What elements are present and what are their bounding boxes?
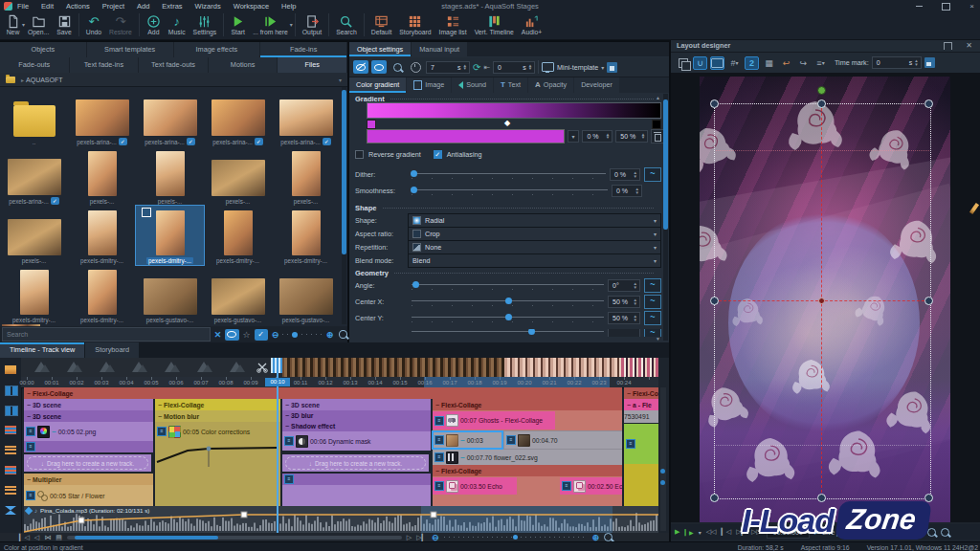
collapse-icon[interactable]: − bbox=[627, 390, 631, 397]
layout-mode-button[interactable] bbox=[676, 56, 690, 70]
offset-spinner[interactable]: 0 s ▲▼ bbox=[493, 61, 535, 74]
safe-area-button[interactable] bbox=[710, 56, 724, 70]
timeline-clip[interactable]: ≡00:02.50 Echo bbox=[560, 477, 622, 495]
zoom-in-preview-icon[interactable] bbox=[941, 528, 949, 537]
spinner-center-y[interactable]: 50 %▲▼ bbox=[608, 312, 640, 324]
timeline-zoom-slider[interactable] bbox=[444, 537, 588, 538]
file-item[interactable]: .. bbox=[0, 87, 68, 146]
slider-center-y[interactable] bbox=[412, 314, 604, 323]
slider-handle[interactable] bbox=[528, 329, 535, 335]
used-check-button[interactable]: ✓ bbox=[255, 329, 268, 341]
toolbar-add-button[interactable]: Add bbox=[143, 12, 165, 35]
timeline-clip[interactable]: 7530491 bbox=[624, 410, 658, 423]
slider-handle[interactable] bbox=[411, 187, 417, 193]
collapse-icon[interactable]: − bbox=[27, 402, 31, 408]
file-item[interactable]: pexels-gustavo-... bbox=[136, 265, 204, 324]
file-item[interactable]: pexels-arina-...✓ bbox=[136, 87, 204, 146]
track-header[interactable]: −Flexi-Collage bbox=[433, 465, 622, 476]
slider-angle[interactable] bbox=[412, 281, 604, 291]
toolbar-search-button[interactable]: Search bbox=[332, 12, 361, 35]
timeline-horizontal-scrollbar[interactable] bbox=[67, 536, 402, 540]
gradient-stop-start[interactable] bbox=[367, 120, 376, 129]
stepper-icons[interactable]: ▲▼ bbox=[632, 298, 637, 304]
skip-start-icon[interactable]: ▎◁ bbox=[19, 534, 30, 541]
save-layout-icon[interactable] bbox=[924, 57, 935, 68]
toolbar-new-button[interactable]: ▾New bbox=[2, 12, 24, 35]
toolbar-vert-timeline-button[interactable]: Vert. Timeline bbox=[471, 12, 518, 35]
stepper-icons[interactable]: ▲▼ bbox=[639, 133, 645, 139]
slider-handle[interactable] bbox=[505, 298, 512, 304]
file-item[interactable]: pexels-... bbox=[68, 146, 136, 206]
file-item[interactable]: pexels-arina-...✓ bbox=[68, 87, 136, 146]
resize-handle-w[interactable] bbox=[710, 297, 719, 305]
file-item[interactable]: pexels-arina-...✓ bbox=[0, 146, 68, 206]
middle-scrollbar[interactable] bbox=[663, 94, 668, 341]
preview-canvas[interactable] bbox=[671, 73, 980, 522]
stepper-icons[interactable]: ▲▼ bbox=[632, 171, 637, 177]
slider-center-x[interactable] bbox=[412, 298, 604, 307]
snap-button[interactable]: ∪ bbox=[693, 56, 707, 70]
stepper-icons[interactable]: ▲▼ bbox=[912, 59, 918, 65]
menu-help[interactable]: Help bbox=[281, 2, 296, 11]
zoom-out-time-icon[interactable]: ⊖ bbox=[432, 533, 439, 542]
refresh-icon[interactable]: ⟳ bbox=[473, 62, 480, 73]
resize-handle-ne[interactable] bbox=[924, 99, 933, 108]
track-header[interactable]: −3D blur bbox=[282, 410, 431, 421]
slider-handle[interactable] bbox=[292, 332, 298, 338]
animate-curve-button[interactable]: ~ bbox=[644, 167, 661, 182]
zoom-out-icon[interactable]: ⊖ bbox=[272, 330, 279, 340]
pin-icon[interactable] bbox=[944, 42, 952, 50]
menu-extras[interactable]: Extras bbox=[162, 2, 182, 11]
smoothness-slider[interactable] bbox=[412, 187, 608, 196]
menu-wizards[interactable]: Wizards bbox=[195, 2, 221, 11]
chevron-down-icon[interactable]: ▾ bbox=[654, 244, 657, 251]
file-item[interactable]: pexels-dmitry-... bbox=[136, 206, 204, 265]
template-select[interactable]: Mini-template bbox=[557, 63, 598, 72]
stepper-icons[interactable]: ▲▼ bbox=[604, 133, 610, 139]
chevron-down-icon[interactable]: ▾ bbox=[654, 257, 657, 264]
track-header[interactable]: −Motion blur bbox=[155, 410, 280, 422]
subtab-image[interactable]: Image bbox=[407, 77, 451, 93]
play-button[interactable]: ▶ bbox=[675, 528, 679, 536]
toolbar-save-button[interactable]: Save bbox=[53, 12, 76, 35]
chevron-down-icon[interactable]: ▾ bbox=[601, 64, 604, 71]
rotate-right-button[interactable]: ↪ bbox=[796, 56, 811, 70]
tab-image-effects[interactable]: Image effects bbox=[174, 42, 260, 57]
chevron-down-icon[interactable]: ▾ bbox=[699, 529, 702, 536]
collapse-icon[interactable]: − bbox=[285, 402, 289, 408]
slider-handle[interactable] bbox=[411, 170, 417, 177]
scroll-down-icon[interactable]: ▼ bbox=[656, 336, 660, 342]
toolbar-restore-button[interactable]: ↷Restore bbox=[105, 12, 136, 35]
skip-end-icon[interactable]: ▷▎ bbox=[416, 534, 427, 541]
zoom-in-icon[interactable]: ⊕ bbox=[326, 330, 334, 340]
search-input[interactable] bbox=[2, 327, 211, 342]
magnifier-icon[interactable] bbox=[604, 533, 612, 541]
spinner-angle[interactable]: 0°▲▼ bbox=[608, 279, 640, 292]
scrollbar-thumb[interactable] bbox=[75, 536, 218, 540]
tab-files[interactable]: Files bbox=[278, 57, 346, 73]
left-scrollbar[interactable] bbox=[342, 87, 346, 324]
menu-edit[interactable]: Edit bbox=[41, 2, 54, 11]
stepper-icons[interactable]: ▲▼ bbox=[461, 64, 467, 70]
inspect-button[interactable] bbox=[390, 60, 405, 74]
subtab-developer[interactable]: Developer bbox=[574, 77, 619, 93]
file-item[interactable]: pexels-dmitry-... bbox=[204, 206, 272, 265]
list-options-button[interactable]: ≡▾ bbox=[813, 56, 828, 70]
track-header[interactable]: −Flexi-Collage bbox=[433, 399, 622, 410]
resize-handle-sw[interactable] bbox=[710, 494, 719, 502]
color-swatch[interactable] bbox=[367, 129, 565, 143]
close-icon[interactable]: × bbox=[969, 0, 974, 12]
stop-position-spinner[interactable]: 0 % ▲▼ bbox=[582, 130, 612, 143]
animate-curve-button[interactable]: ~ bbox=[644, 295, 661, 309]
spinner-partial[interactable] bbox=[608, 329, 640, 337]
center-handle[interactable] bbox=[818, 298, 825, 304]
timeline-clip[interactable]: ≡00:04.70 bbox=[504, 431, 622, 449]
animate-curve-button[interactable]: ~ bbox=[644, 278, 661, 293]
curve-mode-button[interactable]: 2 bbox=[745, 56, 759, 70]
stop-mid-spinner[interactable]: 50 % ▲▼ bbox=[615, 130, 648, 143]
tab-fade-outs[interactable]: Fade-outs bbox=[0, 57, 69, 73]
dropdown-aspect-ratio[interactable]: Crop▾ bbox=[408, 227, 661, 241]
tab-manual-input[interactable]: Manual input bbox=[412, 42, 467, 56]
fit-view-icon[interactable]: ⋈ bbox=[44, 534, 51, 541]
file-item[interactable]: pexels-gustavo-... bbox=[204, 265, 272, 324]
